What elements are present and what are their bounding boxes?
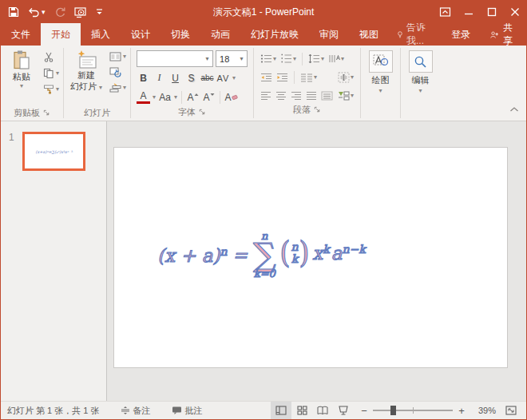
font-name-combo[interactable]: ▾ <box>137 50 213 67</box>
character-spacing-button[interactable]: AV <box>216 70 230 85</box>
clear-formatting-button[interactable]: A <box>224 89 238 105</box>
minimize-icon <box>464 7 474 17</box>
decrease-indent-button[interactable] <box>260 73 272 82</box>
slide-layout-button[interactable]: ▾ <box>109 52 126 61</box>
section-button[interactable]: ▾ <box>109 83 126 93</box>
font-size-caret[interactable]: ▾ <box>236 55 247 62</box>
minimize-button[interactable] <box>457 1 480 23</box>
drawing-group: 绘图 ▾ <box>361 46 400 121</box>
slide-thumbnail[interactable]: (x+a)ⁿ=∑(ₖⁿ)xᵏaⁿ⁻ᵏ <box>22 132 85 171</box>
zoom-in-button[interactable]: + <box>458 405 466 417</box>
ribbon: 粘贴 ▾ ▾ ▾ 剪贴板 <box>1 46 526 121</box>
tab-design[interactable]: 设计 <box>121 23 160 46</box>
ribbon-display-options-button[interactable] <box>434 1 457 23</box>
grow-font-button[interactable]: A <box>186 89 200 105</box>
close-button[interactable] <box>503 1 526 23</box>
font-color-button[interactable]: A <box>137 90 150 104</box>
clipboard-mini-buttons: ▾ ▾ <box>41 47 61 94</box>
ribbon-tab-row: 文件 开始 插入 设计 切换 动画 幻灯片放映 审阅 视图 告诉我... 登录 … <box>1 23 526 46</box>
reading-view-icon <box>317 406 328 415</box>
tab-animations[interactable]: 动画 <box>200 23 240 46</box>
tab-slide-show[interactable]: 幻灯片放映 <box>240 23 309 46</box>
increase-indent-button[interactable] <box>276 73 288 82</box>
undo-button[interactable]: ▾ <box>28 1 46 23</box>
zoom-level[interactable]: 39% <box>470 406 496 415</box>
tell-me-box[interactable]: 告诉我... <box>389 23 441 46</box>
paste-button[interactable]: 粘贴 ▾ <box>2 47 41 89</box>
normal-view-icon <box>275 406 287 415</box>
tab-view[interactable]: 视图 <box>349 23 389 46</box>
char-spacing-caret[interactable]: ▾ <box>232 75 236 81</box>
align-left-button[interactable] <box>260 91 271 101</box>
drawing-iconbox <box>369 50 393 73</box>
justify-button[interactable] <box>306 91 317 101</box>
binomial-coefficient: ( n k ) <box>280 240 310 266</box>
notes-button[interactable]: 备注 <box>121 405 151 417</box>
paragraph-dialog-launcher-icon[interactable] <box>314 106 321 113</box>
strikethrough-button[interactable]: abc <box>200 70 214 85</box>
text-shadow-button[interactable]: S <box>184 70 198 85</box>
change-case-button[interactable]: Aa <box>158 89 172 105</box>
comments-button[interactable]: 批注 <box>172 405 203 417</box>
reset-slide-button[interactable] <box>109 67 126 77</box>
summation: n ∑ k=0 <box>253 231 276 279</box>
grow-font-letter: A <box>188 92 194 103</box>
tab-review[interactable]: 审阅 <box>309 23 349 46</box>
sum-lower-limit: k=0 <box>254 268 275 279</box>
slideshow-view-button[interactable] <box>333 402 354 419</box>
maximize-button[interactable] <box>480 1 503 23</box>
tab-transitions[interactable]: 切换 <box>160 23 200 46</box>
bullets-button[interactable]: ▾ <box>260 53 276 64</box>
font-name-caret[interactable]: ▾ <box>202 55 212 62</box>
align-center-button[interactable] <box>275 91 287 101</box>
fit-to-window-button[interactable] <box>501 402 521 419</box>
zoom-out-button[interactable]: − <box>360 405 368 417</box>
line-spacing-button[interactable]: ▾ <box>308 53 324 64</box>
underline-button[interactable]: U <box>168 70 182 85</box>
collapse-ribbon-button[interactable] <box>509 101 519 116</box>
share-person-icon <box>490 30 499 40</box>
save-icon <box>8 6 19 18</box>
zoom-slider[interactable] <box>373 410 453 411</box>
sign-in-button[interactable]: 登录 <box>441 23 481 46</box>
distribute-button[interactable] <box>321 91 333 101</box>
italic-button[interactable]: I <box>153 70 166 85</box>
change-case-caret[interactable]: ▾ <box>174 94 177 101</box>
align-right-button[interactable] <box>291 91 302 101</box>
slide-sorter-view-button[interactable] <box>291 402 312 419</box>
new-slide-dropdown-caret: ▾ <box>99 84 102 91</box>
editing-button[interactable]: 编辑 ▾ <box>402 47 438 94</box>
tab-home[interactable]: 开始 <box>41 23 81 46</box>
tab-insert[interactable]: 插入 <box>81 23 121 46</box>
equation-a-term: an−k <box>331 243 366 263</box>
start-slideshow-button[interactable] <box>74 1 87 23</box>
tab-file[interactable]: 文件 <box>1 23 41 46</box>
save-button[interactable] <box>8 1 19 23</box>
align-text-button[interactable]: ▾ <box>338 72 354 83</box>
customize-qat-button[interactable] <box>96 1 103 23</box>
format-painter-button[interactable]: ▾ <box>43 84 59 94</box>
normal-view-button[interactable] <box>271 402 291 419</box>
comment-icon <box>172 406 182 415</box>
clipboard-dialog-launcher-icon[interactable] <box>43 109 50 117</box>
undo-dropdown-caret[interactable]: ▾ <box>42 9 46 16</box>
redo-button <box>54 1 65 23</box>
copy-button[interactable]: ▾ <box>43 68 59 78</box>
slide-1[interactable]: (x + a)n = n ∑ k=0 ( n k ) <box>113 147 508 368</box>
cut-button[interactable] <box>43 52 59 62</box>
convert-smartart-button[interactable]: ▾ <box>337 90 354 101</box>
binomial-equation[interactable]: (x + a)n = n ∑ k=0 ( n k ) <box>157 231 366 279</box>
font-color-caret[interactable]: ▾ <box>153 94 156 101</box>
font-dialog-launcher-icon[interactable] <box>199 109 206 116</box>
reading-view-button[interactable] <box>312 402 333 419</box>
text-direction-button[interactable]: ▾ <box>328 53 344 64</box>
numbering-button[interactable]: ▾ <box>280 53 296 64</box>
bold-button[interactable]: B <box>137 70 150 85</box>
new-slide-button[interactable]: 新建 幻灯片 ▾ <box>65 47 107 93</box>
columns-button[interactable]: ▾ <box>300 73 317 82</box>
shrink-font-button[interactable]: A <box>202 89 216 105</box>
font-size-combo[interactable]: 18 ▾ <box>216 50 248 67</box>
share-button[interactable]: 共享 <box>481 23 526 46</box>
zoom-slider-thumb[interactable] <box>390 406 396 415</box>
drawing-button[interactable]: 绘图 ▾ <box>363 47 398 94</box>
